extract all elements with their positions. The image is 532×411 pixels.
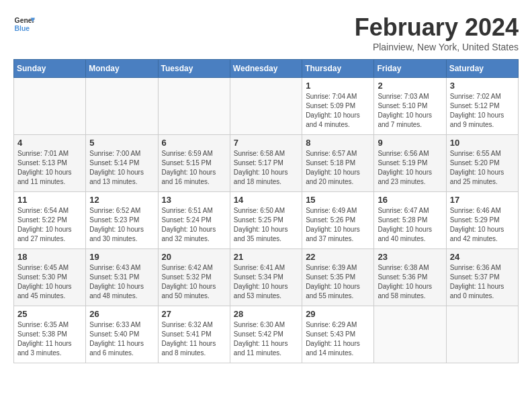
logo-icon: General Blue — [13, 13, 35, 35]
week-row-1: 4Sunrise: 7:01 AMSunset: 5:13 PMDaylight… — [14, 135, 519, 192]
day-number: 4 — [17, 138, 82, 148]
day-number: 22 — [306, 252, 370, 262]
calendar-cell: 9Sunrise: 6:56 AMSunset: 5:19 PMDaylight… — [374, 135, 446, 192]
calendar-cell: 21Sunrise: 6:41 AMSunset: 5:34 PMDayligh… — [230, 249, 302, 306]
day-number: 16 — [378, 195, 442, 205]
day-number: 2 — [378, 81, 442, 91]
week-row-4: 25Sunrise: 6:35 AMSunset: 5:38 PMDayligh… — [14, 306, 519, 363]
day-info: Sunrise: 6:58 AMSunset: 5:17 PMDaylight:… — [234, 149, 298, 187]
title-section: February 2024 Plainview, New York, Unite… — [355, 13, 519, 52]
calendar-cell: 28Sunrise: 6:30 AMSunset: 5:42 PMDayligh… — [230, 306, 302, 363]
calendar-cell: 24Sunrise: 6:36 AMSunset: 5:37 PMDayligh… — [446, 249, 518, 306]
day-number: 23 — [378, 252, 442, 262]
day-info: Sunrise: 6:50 AMSunset: 5:25 PMDaylight:… — [234, 206, 298, 244]
day-number: 9 — [378, 138, 442, 148]
day-number: 14 — [234, 195, 298, 205]
header-day-wednesday: Wednesday — [230, 60, 302, 78]
week-row-0: 1Sunrise: 7:04 AMSunset: 5:09 PMDaylight… — [14, 78, 519, 135]
day-info: Sunrise: 6:47 AMSunset: 5:28 PMDaylight:… — [378, 206, 442, 244]
calendar-cell: 25Sunrise: 6:35 AMSunset: 5:38 PMDayligh… — [14, 306, 86, 363]
calendar-cell: 6Sunrise: 6:59 AMSunset: 5:15 PMDaylight… — [158, 135, 230, 192]
day-info: Sunrise: 7:02 AMSunset: 5:12 PMDaylight:… — [450, 92, 515, 130]
day-info: Sunrise: 6:46 AMSunset: 5:29 PMDaylight:… — [450, 206, 515, 244]
day-info: Sunrise: 6:29 AMSunset: 5:43 PMDaylight:… — [306, 320, 370, 358]
day-info: Sunrise: 6:39 AMSunset: 5:35 PMDaylight:… — [306, 263, 370, 301]
calendar-cell: 5Sunrise: 7:00 AMSunset: 5:14 PMDaylight… — [86, 135, 158, 192]
day-info: Sunrise: 6:49 AMSunset: 5:26 PMDaylight:… — [306, 206, 370, 244]
calendar-cell: 8Sunrise: 6:57 AMSunset: 5:18 PMDaylight… — [302, 135, 374, 192]
svg-text:Blue: Blue — [15, 25, 30, 32]
day-number: 27 — [162, 309, 226, 319]
calendar-cell: 3Sunrise: 7:02 AMSunset: 5:12 PMDaylight… — [446, 78, 518, 135]
day-info: Sunrise: 6:36 AMSunset: 5:37 PMDaylight:… — [450, 263, 515, 301]
day-number: 19 — [89, 252, 154, 262]
calendar-cell: 19Sunrise: 6:43 AMSunset: 5:31 PMDayligh… — [86, 249, 158, 306]
logo: General Blue — [13, 13, 35, 35]
day-number: 20 — [162, 252, 226, 262]
calendar-cell: 27Sunrise: 6:32 AMSunset: 5:41 PMDayligh… — [158, 306, 230, 363]
day-number: 15 — [306, 195, 370, 205]
day-number: 10 — [450, 138, 515, 148]
day-info: Sunrise: 6:52 AMSunset: 5:23 PMDaylight:… — [89, 206, 154, 244]
day-info: Sunrise: 6:35 AMSunset: 5:38 PMDaylight:… — [17, 320, 82, 358]
day-number: 11 — [17, 195, 82, 205]
calendar-cell: 29Sunrise: 6:29 AMSunset: 5:43 PMDayligh… — [302, 306, 374, 363]
calendar-cell: 2Sunrise: 7:03 AMSunset: 5:10 PMDaylight… — [374, 78, 446, 135]
day-info: Sunrise: 6:51 AMSunset: 5:24 PMDaylight:… — [162, 206, 226, 244]
calendar-cell: 22Sunrise: 6:39 AMSunset: 5:35 PMDayligh… — [302, 249, 374, 306]
calendar-cell: 12Sunrise: 6:52 AMSunset: 5:23 PMDayligh… — [86, 192, 158, 249]
day-info: Sunrise: 7:01 AMSunset: 5:13 PMDaylight:… — [17, 149, 82, 187]
day-info: Sunrise: 6:54 AMSunset: 5:22 PMDaylight:… — [17, 206, 82, 244]
header-day-tuesday: Tuesday — [158, 60, 230, 78]
location-text: Plainview, New York, United States — [355, 42, 519, 52]
calendar-cell: 26Sunrise: 6:33 AMSunset: 5:40 PMDayligh… — [86, 306, 158, 363]
day-info: Sunrise: 6:38 AMSunset: 5:36 PMDaylight:… — [378, 263, 442, 301]
page-header: General Blue February 2024 Plainview, Ne… — [13, 13, 519, 52]
calendar-cell — [14, 78, 86, 135]
day-info: Sunrise: 6:41 AMSunset: 5:34 PMDaylight:… — [234, 263, 298, 301]
day-number: 8 — [306, 138, 370, 148]
day-info: Sunrise: 6:42 AMSunset: 5:32 PMDaylight:… — [162, 263, 226, 301]
day-number: 1 — [306, 81, 370, 91]
month-year-title: February 2024 — [355, 13, 519, 42]
day-number: 25 — [17, 309, 82, 319]
day-number: 7 — [234, 138, 298, 148]
day-info: Sunrise: 6:33 AMSunset: 5:40 PMDaylight:… — [89, 320, 154, 358]
calendar-cell: 23Sunrise: 6:38 AMSunset: 5:36 PMDayligh… — [374, 249, 446, 306]
calendar-header: SundayMondayTuesdayWednesdayThursdayFrid… — [14, 60, 519, 78]
header-day-saturday: Saturday — [446, 60, 518, 78]
day-info: Sunrise: 6:30 AMSunset: 5:42 PMDaylight:… — [234, 320, 298, 358]
calendar-cell: 11Sunrise: 6:54 AMSunset: 5:22 PMDayligh… — [14, 192, 86, 249]
day-number: 17 — [450, 195, 515, 205]
calendar-cell: 20Sunrise: 6:42 AMSunset: 5:32 PMDayligh… — [158, 249, 230, 306]
day-number: 26 — [89, 309, 154, 319]
day-number: 21 — [234, 252, 298, 262]
calendar-cell: 13Sunrise: 6:51 AMSunset: 5:24 PMDayligh… — [158, 192, 230, 249]
day-number: 29 — [306, 309, 370, 319]
day-number: 24 — [450, 252, 515, 262]
calendar-cell — [374, 306, 446, 363]
calendar-body: 1Sunrise: 7:04 AMSunset: 5:09 PMDaylight… — [14, 78, 519, 363]
day-number: 28 — [234, 309, 298, 319]
day-info: Sunrise: 6:57 AMSunset: 5:18 PMDaylight:… — [306, 149, 370, 187]
day-info: Sunrise: 7:03 AMSunset: 5:10 PMDaylight:… — [378, 92, 442, 130]
calendar-cell: 4Sunrise: 7:01 AMSunset: 5:13 PMDaylight… — [14, 135, 86, 192]
day-number: 3 — [450, 81, 515, 91]
day-number: 5 — [89, 138, 154, 148]
day-number: 12 — [89, 195, 154, 205]
day-info: Sunrise: 6:59 AMSunset: 5:15 PMDaylight:… — [162, 149, 226, 187]
day-info: Sunrise: 6:45 AMSunset: 5:30 PMDaylight:… — [17, 263, 82, 301]
day-number: 13 — [162, 195, 226, 205]
header-day-monday: Monday — [86, 60, 158, 78]
day-number: 6 — [162, 138, 226, 148]
header-day-sunday: Sunday — [14, 60, 86, 78]
calendar-cell: 14Sunrise: 6:50 AMSunset: 5:25 PMDayligh… — [230, 192, 302, 249]
calendar-cell: 10Sunrise: 6:55 AMSunset: 5:20 PMDayligh… — [446, 135, 518, 192]
header-row: SundayMondayTuesdayWednesdayThursdayFrid… — [14, 60, 519, 78]
week-row-3: 18Sunrise: 6:45 AMSunset: 5:30 PMDayligh… — [14, 249, 519, 306]
calendar-cell — [86, 78, 158, 135]
header-day-thursday: Thursday — [302, 60, 374, 78]
calendar-cell — [446, 306, 518, 363]
day-number: 18 — [17, 252, 82, 262]
day-info: Sunrise: 6:43 AMSunset: 5:31 PMDaylight:… — [89, 263, 154, 301]
